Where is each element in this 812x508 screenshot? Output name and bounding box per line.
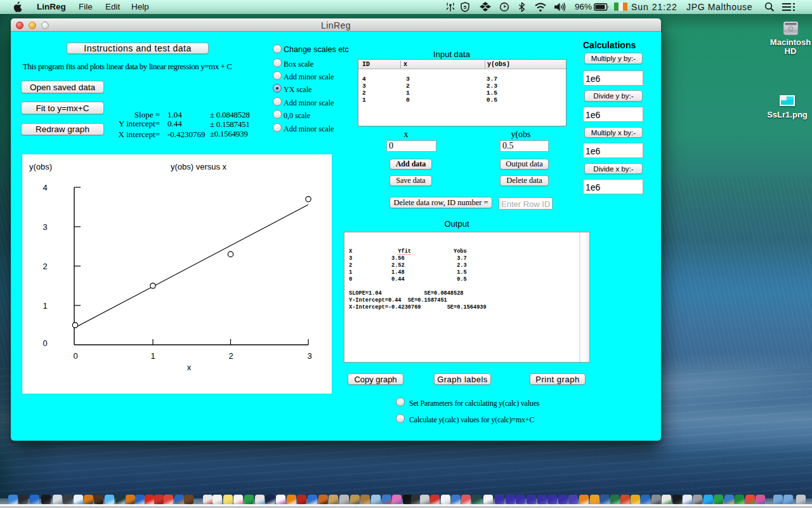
svg-text:4: 4 — [43, 183, 47, 192]
svg-text:2: 2 — [43, 262, 47, 271]
svg-text:3: 3 — [43, 222, 47, 232]
svg-text:3: 3 — [307, 351, 311, 361]
svg-text:2: 2 — [228, 351, 233, 361]
svg-text:0: 0 — [43, 338, 47, 348]
svg-text:x: x — [187, 363, 192, 372]
svg-text:5: 5 — [464, 4, 467, 10]
svg-text:y(obs): y(obs) — [29, 162, 52, 171]
svg-text:1: 1 — [43, 301, 47, 311]
svg-text:y(obs) versus x: y(obs) versus x — [171, 162, 227, 171]
svg-text:0: 0 — [73, 351, 77, 361]
svg-text:1: 1 — [150, 351, 155, 361]
